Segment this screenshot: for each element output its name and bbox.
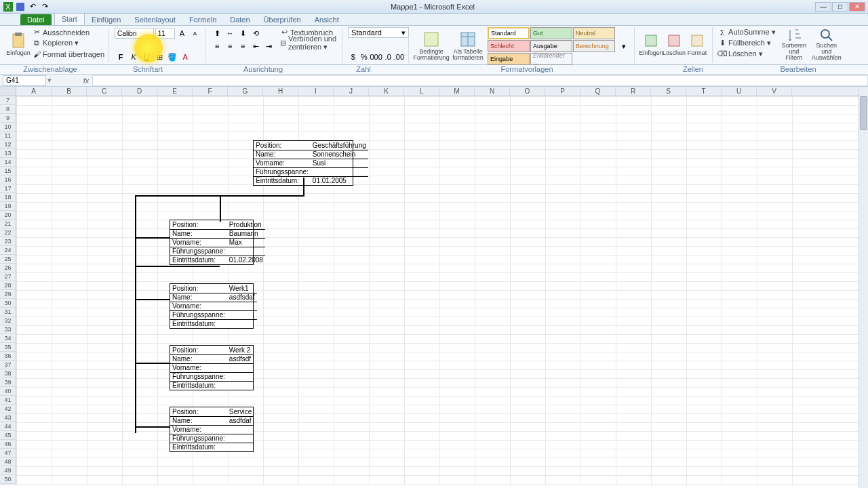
formula-input[interactable]: [92, 75, 868, 86]
row-header[interactable]: 42: [0, 405, 16, 413]
increase-indent-button[interactable]: ⇥: [262, 40, 275, 52]
tab-einfuegen[interactable]: Einfügen: [85, 14, 127, 25]
row-header[interactable]: 11: [0, 131, 16, 140]
merge-center-button[interactable]: ⊟Verbinden und zentrieren ▾: [280, 38, 338, 48]
column-header[interactable]: Q: [580, 87, 616, 96]
row-header[interactable]: 8: [0, 105, 16, 114]
row-header[interactable]: 46: [0, 440, 16, 449]
tab-start[interactable]: Start: [54, 13, 85, 25]
italic-button[interactable]: K: [127, 51, 140, 63]
row-header[interactable]: 51: [0, 484, 16, 485]
row-header[interactable]: 48: [0, 458, 16, 466]
row-header[interactable]: 22: [0, 228, 16, 237]
row-header[interactable]: 44: [0, 422, 16, 431]
tab-ueberpruefen[interactable]: Überprüfen: [257, 14, 308, 25]
font-name-select[interactable]: Calibri: [115, 28, 154, 39]
row-header[interactable]: 45: [0, 431, 16, 440]
tab-daten[interactable]: Daten: [223, 14, 256, 25]
row-header[interactable]: 43: [0, 413, 16, 422]
decrease-indent-button[interactable]: ⇤: [250, 40, 262, 52]
tab-formeln[interactable]: Formeln: [182, 14, 223, 25]
align-bottom-button[interactable]: ⬇: [237, 27, 249, 39]
style-berechnung[interactable]: Berechnung: [573, 40, 615, 52]
format-cells-button[interactable]: Format: [686, 27, 708, 61]
underline-button[interactable]: U: [140, 51, 153, 63]
column-header[interactable]: N: [475, 87, 510, 96]
column-header[interactable]: R: [616, 87, 651, 96]
comma-button[interactable]: 000: [370, 51, 382, 63]
style-schlecht[interactable]: Schlecht: [488, 40, 530, 52]
undo-icon[interactable]: ↶: [27, 1, 38, 12]
row-header[interactable]: 18: [0, 193, 16, 202]
increase-decimal-button[interactable]: .0: [383, 51, 393, 63]
format-painter-button[interactable]: 🖌Format übertragen: [33, 49, 104, 59]
find-select-button[interactable]: Suchen und Auswählen: [812, 27, 841, 61]
row-header[interactable]: 35: [0, 343, 16, 352]
row-header[interactable]: 9: [0, 114, 16, 123]
tab-ansicht[interactable]: Ansicht: [308, 14, 346, 25]
name-box[interactable]: G41: [3, 75, 46, 86]
row-header[interactable]: 39: [0, 378, 16, 387]
row-header[interactable]: 50: [0, 475, 16, 484]
row-header[interactable]: 16: [0, 176, 16, 184]
select-all-corner[interactable]: [0, 87, 16, 96]
column-header[interactable]: A: [16, 87, 52, 96]
delete-cells-button[interactable]: Löschen: [663, 27, 685, 61]
column-header[interactable]: M: [439, 87, 475, 96]
align-right-button[interactable]: ≡: [237, 40, 249, 52]
align-top-button[interactable]: ⬆: [211, 27, 223, 39]
percent-button[interactable]: %: [359, 51, 369, 63]
decrease-decimal-button[interactable]: .00: [394, 51, 404, 63]
border-button[interactable]: ⊞: [153, 51, 165, 63]
column-header[interactable]: V: [757, 87, 792, 96]
fill-color-button[interactable]: 🪣: [166, 51, 178, 63]
conditional-format-button[interactable]: Bedingte Formatierung: [414, 29, 448, 63]
row-header[interactable]: 14: [0, 158, 16, 167]
row-header[interactable]: 30: [0, 299, 16, 308]
column-header[interactable]: D: [122, 87, 157, 96]
column-header[interactable]: F: [193, 87, 228, 96]
align-left-button[interactable]: ≡: [211, 40, 223, 52]
row-header[interactable]: 25: [0, 255, 16, 264]
style-neutral[interactable]: Neutral: [573, 27, 615, 39]
column-header[interactable]: I: [298, 87, 334, 96]
row-header[interactable]: 49: [0, 466, 16, 475]
row-header[interactable]: 36: [0, 352, 16, 361]
align-center-button[interactable]: ≡: [224, 40, 236, 52]
row-header[interactable]: 32: [0, 317, 16, 325]
bold-button[interactable]: F: [115, 51, 127, 63]
row-header[interactable]: 26: [0, 264, 16, 272]
row-header[interactable]: 21: [0, 220, 16, 228]
column-header[interactable]: H: [263, 87, 298, 96]
column-header[interactable]: P: [545, 87, 580, 96]
redo-icon[interactable]: ↷: [39, 1, 50, 12]
row-header[interactable]: 33: [0, 325, 16, 334]
cut-button[interactable]: ✂Ausschneiden: [33, 27, 104, 37]
row-header[interactable]: 24: [0, 246, 16, 255]
font-color-button[interactable]: A: [179, 51, 191, 63]
row-header[interactable]: 17: [0, 184, 16, 193]
paste-button[interactable]: Einfügen: [7, 27, 30, 61]
styles-expand-button[interactable]: ▾: [618, 40, 630, 52]
column-header[interactable]: J: [334, 87, 369, 96]
fx-icon[interactable]: fx: [80, 77, 92, 85]
column-header[interactable]: C: [87, 87, 122, 96]
style-eingabe[interactable]: Eingabe: [488, 53, 530, 65]
row-header[interactable]: 28: [0, 281, 16, 290]
column-header[interactable]: E: [157, 87, 193, 96]
minimize-button[interactable]: —: [815, 2, 831, 12]
row-header[interactable]: 47: [0, 449, 16, 458]
autosum-button[interactable]: ΣAutoSumme ▾: [718, 27, 776, 37]
row-header[interactable]: 37: [0, 361, 16, 369]
row-header[interactable]: 7: [0, 96, 16, 105]
font-size-select[interactable]: 11: [155, 28, 175, 39]
row-header[interactable]: 15: [0, 167, 16, 176]
column-header[interactable]: U: [722, 87, 757, 96]
column-header[interactable]: T: [686, 87, 722, 96]
style-erklaerender[interactable]: Erklärender ...: [530, 53, 572, 65]
copy-button[interactable]: ⧉Kopieren ▾: [33, 38, 104, 48]
clear-button[interactable]: ⌫Löschen ▾: [718, 49, 776, 59]
spreadsheet-grid[interactable]: ABCDEFGHIJKLMNOPQRSTUV 78910111213141516…: [0, 87, 868, 485]
column-header[interactable]: O: [510, 87, 545, 96]
fill-button[interactable]: ⬇Füllbereich ▾: [718, 38, 776, 48]
